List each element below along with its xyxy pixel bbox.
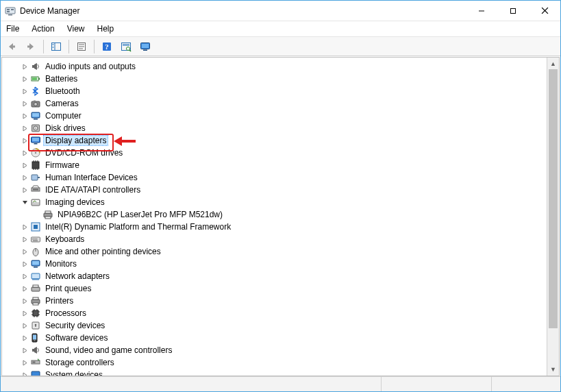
tree-item[interactable]: Printers <box>20 295 545 307</box>
chevron-right-icon[interactable] <box>20 111 29 121</box>
chevron-right-icon[interactable] <box>20 99 29 108</box>
chevron-right-icon[interactable] <box>20 234 29 244</box>
chevron-right-icon[interactable] <box>20 284 29 293</box>
svg-rect-71 <box>33 241 38 241</box>
vertical-scrollbar[interactable]: ▲ ▼ <box>547 58 559 375</box>
svg-rect-22 <box>123 44 129 46</box>
chevron-right-icon[interactable] <box>20 136 29 145</box>
svg-rect-75 <box>32 261 39 265</box>
menu-help[interactable]: Help <box>96 23 116 35</box>
forward-icon <box>25 41 36 52</box>
tree-item[interactable]: NPIA96B2C (HP LaserJet Pro MFP M521dw) <box>32 208 545 221</box>
tree-item[interactable]: Print queues <box>20 282 545 295</box>
chevron-right-icon[interactable] <box>20 123 29 133</box>
svg-rect-70 <box>36 238 37 239</box>
toolbar-back-button[interactable] <box>3 39 20 54</box>
chevron-right-icon[interactable] <box>20 271 29 281</box>
chevron-right-icon[interactable] <box>20 247 29 256</box>
chevron-right-icon[interactable] <box>20 74 29 84</box>
svg-rect-65 <box>34 225 38 229</box>
svg-rect-6 <box>511 8 516 13</box>
chevron-right-icon[interactable] <box>20 321 29 330</box>
scroll-up-icon[interactable]: ▲ <box>547 58 559 69</box>
tree-item[interactable]: Human Interface Devices <box>20 171 545 184</box>
toolbar-forward-button[interactable] <box>23 39 39 54</box>
svg-line-7 <box>542 8 548 14</box>
chevron-right-icon[interactable] <box>20 370 29 375</box>
toolbar-scan-button[interactable] <box>118 39 134 54</box>
menu-action[interactable]: Action <box>30 23 55 35</box>
minimize-button[interactable] <box>466 1 497 21</box>
tree-item[interactable]: Bluetooth <box>20 85 545 97</box>
tree-item-label: Firmware <box>44 160 81 170</box>
chevron-right-icon[interactable] <box>20 358 29 367</box>
keyboard-icon <box>30 234 41 245</box>
tree-item[interactable]: Processors <box>20 307 545 319</box>
tree-item[interactable]: Software devices <box>20 332 545 344</box>
svg-rect-3 <box>11 9 14 10</box>
close-button[interactable] <box>529 1 560 21</box>
tree-item[interactable]: Mice and other pointing devices <box>20 245 545 258</box>
tree-item[interactable]: Computer <box>20 110 545 122</box>
svg-rect-83 <box>32 287 40 291</box>
svg-rect-14 <box>53 47 54 48</box>
tree-item[interactable]: Intel(R) Dynamic Platform and Thermal Fr… <box>20 221 545 233</box>
chevron-right-icon[interactable] <box>20 333 29 343</box>
tree-item[interactable]: System devices <box>20 369 545 375</box>
scroll-thumb[interactable] <box>549 69 558 328</box>
printqueue-icon <box>30 283 41 294</box>
tree-item-label: Human Interface Devices <box>44 173 139 182</box>
chevron-right-icon[interactable] <box>20 86 29 96</box>
svg-rect-79 <box>34 278 35 280</box>
chevron-right-icon[interactable] <box>20 185 29 195</box>
maximize-button[interactable] <box>497 1 529 21</box>
intel-icon <box>30 221 41 232</box>
tree-item[interactable]: DVD/CD-ROM drives <box>20 147 545 159</box>
svg-rect-106 <box>33 362 36 363</box>
toolbar-help-button[interactable]: ? <box>99 39 115 54</box>
device-tree[interactable]: Audio inputs and outputsBatteriesBluetoo… <box>2 58 547 375</box>
tree-item[interactable]: Batteries <box>20 73 545 85</box>
chevron-right-icon[interactable] <box>20 62 29 71</box>
svg-rect-84 <box>33 285 38 287</box>
chevron-right-icon[interactable] <box>20 296 29 306</box>
menu-view[interactable]: View <box>66 23 86 35</box>
speaker-icon <box>30 61 41 72</box>
tree-item-label: Software devices <box>44 333 109 343</box>
tree-item[interactable]: Keyboards <box>20 233 545 245</box>
tree-item[interactable]: Security devices <box>20 319 545 332</box>
toolbar-monitor-button[interactable] <box>137 39 153 54</box>
scroll-down-icon[interactable]: ▼ <box>547 364 559 376</box>
tree-item[interactable]: Sound, video and game controllers <box>20 344 545 356</box>
tree-item[interactable]: Display adapters <box>20 134 545 147</box>
tree-item[interactable]: IDE ATA/ATAPI controllers <box>20 184 545 196</box>
menu-file[interactable]: File <box>5 23 21 35</box>
tree-item-label: Security devices <box>44 321 106 330</box>
disk-icon <box>30 123 41 134</box>
chevron-right-icon[interactable] <box>20 148 29 158</box>
tree-item[interactable]: Disk drives <box>20 122 545 134</box>
svg-point-23 <box>127 47 130 50</box>
svg-rect-87 <box>33 303 38 305</box>
toolbar-tree-button[interactable] <box>48 39 64 54</box>
toolbar-properties-button[interactable] <box>73 39 90 54</box>
tree-item[interactable]: Storage controllers <box>20 356 545 369</box>
chevron-right-icon[interactable] <box>20 308 29 318</box>
tree-item-label: System devices <box>44 370 104 375</box>
tree-item[interactable]: Audio inputs and outputs <box>20 60 545 73</box>
tree-item[interactable]: Monitors <box>20 258 545 270</box>
chevron-right-icon[interactable] <box>20 259 29 269</box>
chevron-right-icon[interactable] <box>20 222 29 232</box>
chevron-right-icon[interactable] <box>20 345 29 355</box>
scroll-track[interactable] <box>547 69 559 363</box>
svg-rect-76 <box>34 267 38 268</box>
tree-item[interactable]: Cameras <box>20 97 545 110</box>
tree-item[interactable]: Imaging devices <box>20 196 545 208</box>
chevron-right-icon[interactable] <box>20 173 29 182</box>
chevron-down-icon[interactable] <box>20 197 29 207</box>
tree-item[interactable]: Firmware <box>20 159 545 171</box>
storage-icon <box>30 357 41 368</box>
chevron-right-icon[interactable] <box>20 160 29 170</box>
tree-item[interactable]: Network adapters <box>20 270 545 282</box>
svg-rect-77 <box>32 273 40 279</box>
